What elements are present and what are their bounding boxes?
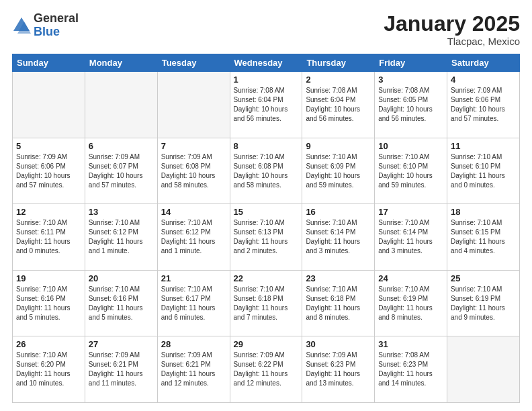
- day-number: 16: [306, 207, 371, 217]
- day-info: Sunrise: 7:10 AM Sunset: 6:08 PM Dayligh…: [234, 152, 299, 190]
- calendar-cell: 15Sunrise: 7:10 AM Sunset: 6:13 PM Dayli…: [230, 204, 302, 271]
- day-info: Sunrise: 7:10 AM Sunset: 6:17 PM Dayligh…: [161, 285, 226, 322]
- day-number: 23: [306, 273, 371, 283]
- day-number: 5: [16, 141, 81, 151]
- calendar-cell: 28Sunrise: 7:09 AM Sunset: 6:21 PM Dayli…: [157, 336, 230, 403]
- calendar-cell: 6Sunrise: 7:09 AM Sunset: 6:07 PM Daylig…: [85, 138, 157, 204]
- day-info: Sunrise: 7:09 AM Sunset: 6:06 PM Dayligh…: [451, 86, 516, 124]
- day-number: 31: [378, 339, 443, 349]
- day-number: 27: [89, 339, 154, 349]
- calendar-cell: 1Sunrise: 7:08 AM Sunset: 6:04 PM Daylig…: [230, 72, 302, 138]
- day-number: 3: [378, 75, 443, 85]
- day-info: Sunrise: 7:09 AM Sunset: 6:07 PM Dayligh…: [89, 152, 154, 190]
- calendar-cell: 2Sunrise: 7:08 AM Sunset: 6:04 PM Daylig…: [302, 72, 375, 138]
- calendar-cell: 30Sunrise: 7:09 AM Sunset: 6:23 PM Dayli…: [302, 336, 375, 403]
- calendar-cell: 8Sunrise: 7:10 AM Sunset: 6:08 PM Daylig…: [230, 138, 302, 204]
- day-info: Sunrise: 7:10 AM Sunset: 6:13 PM Dayligh…: [234, 218, 299, 256]
- day-number: 6: [89, 141, 154, 151]
- day-info: Sunrise: 7:10 AM Sunset: 6:14 PM Dayligh…: [378, 218, 443, 256]
- calendar-cell: 17Sunrise: 7:10 AM Sunset: 6:14 PM Dayli…: [375, 204, 447, 271]
- day-info: Sunrise: 7:09 AM Sunset: 6:06 PM Dayligh…: [16, 152, 81, 190]
- calendar-cell: 10Sunrise: 7:10 AM Sunset: 6:10 PM Dayli…: [375, 138, 447, 204]
- title-block: January 2025 Tlacpac, Mexico: [384, 12, 520, 47]
- calendar-cell: 27Sunrise: 7:09 AM Sunset: 6:21 PM Dayli…: [85, 336, 157, 403]
- calendar-cell: 14Sunrise: 7:10 AM Sunset: 6:12 PM Dayli…: [157, 204, 230, 271]
- day-number: 4: [451, 75, 516, 85]
- logo-text: General Blue: [34, 12, 79, 39]
- day-number: 28: [161, 339, 226, 349]
- day-number: 14: [161, 207, 226, 217]
- calendar-cell: 22Sunrise: 7:10 AM Sunset: 6:18 PM Dayli…: [230, 270, 302, 336]
- day-info: Sunrise: 7:10 AM Sunset: 6:14 PM Dayligh…: [306, 218, 371, 256]
- day-number: 24: [378, 273, 443, 283]
- day-info: Sunrise: 7:10 AM Sunset: 6:15 PM Dayligh…: [451, 218, 516, 256]
- calendar-cell: 13Sunrise: 7:10 AM Sunset: 6:12 PM Dayli…: [85, 204, 157, 271]
- day-info: Sunrise: 7:10 AM Sunset: 6:12 PM Dayligh…: [161, 218, 226, 256]
- month-title: January 2025: [384, 12, 520, 36]
- calendar-cell: [157, 72, 230, 138]
- col-thursday: Thursday: [302, 54, 375, 72]
- day-number: 22: [234, 273, 299, 283]
- day-info: Sunrise: 7:10 AM Sunset: 6:20 PM Dayligh…: [16, 351, 81, 388]
- day-info: Sunrise: 7:09 AM Sunset: 6:08 PM Dayligh…: [161, 152, 226, 190]
- day-number: 7: [161, 141, 226, 151]
- day-number: 15: [234, 207, 299, 217]
- day-info: Sunrise: 7:10 AM Sunset: 6:09 PM Dayligh…: [306, 152, 371, 190]
- col-tuesday: Tuesday: [157, 54, 230, 72]
- col-monday: Monday: [85, 54, 157, 72]
- day-info: Sunrise: 7:10 AM Sunset: 6:10 PM Dayligh…: [451, 152, 516, 190]
- day-info: Sunrise: 7:08 AM Sunset: 6:04 PM Dayligh…: [234, 86, 299, 124]
- day-number: 21: [161, 273, 226, 283]
- day-info: Sunrise: 7:10 AM Sunset: 6:11 PM Dayligh…: [16, 218, 81, 256]
- calendar-cell: 25Sunrise: 7:10 AM Sunset: 6:19 PM Dayli…: [447, 270, 520, 336]
- calendar-cell: 18Sunrise: 7:10 AM Sunset: 6:15 PM Dayli…: [447, 204, 520, 271]
- day-info: Sunrise: 7:10 AM Sunset: 6:10 PM Dayligh…: [378, 152, 443, 190]
- calendar-cell: [447, 336, 520, 403]
- day-info: Sunrise: 7:08 AM Sunset: 6:04 PM Dayligh…: [306, 86, 371, 124]
- col-saturday: Saturday: [447, 54, 520, 72]
- day-info: Sunrise: 7:09 AM Sunset: 6:21 PM Dayligh…: [89, 351, 154, 388]
- calendar-cell: 12Sunrise: 7:10 AM Sunset: 6:11 PM Dayli…: [13, 204, 85, 271]
- calendar-cell: 5Sunrise: 7:09 AM Sunset: 6:06 PM Daylig…: [13, 138, 85, 204]
- day-number: 10: [378, 141, 443, 151]
- calendar-cell: [13, 72, 85, 138]
- day-number: 29: [234, 339, 299, 349]
- calendar-cell: 16Sunrise: 7:10 AM Sunset: 6:14 PM Dayli…: [302, 204, 375, 271]
- day-info: Sunrise: 7:10 AM Sunset: 6:19 PM Dayligh…: [451, 285, 516, 322]
- calendar-table: Sunday Monday Tuesday Wednesday Thursday…: [12, 54, 520, 403]
- day-info: Sunrise: 7:09 AM Sunset: 6:21 PM Dayligh…: [161, 351, 226, 388]
- day-number: 17: [378, 207, 443, 217]
- week-row-1: 1Sunrise: 7:08 AM Sunset: 6:04 PM Daylig…: [13, 72, 520, 138]
- logo: General Blue: [12, 12, 79, 39]
- day-number: 2: [306, 75, 371, 85]
- day-number: 1: [234, 75, 299, 85]
- day-number: 19: [16, 273, 81, 283]
- calendar-cell: 23Sunrise: 7:10 AM Sunset: 6:18 PM Dayli…: [302, 270, 375, 336]
- calendar-cell: 4Sunrise: 7:09 AM Sunset: 6:06 PM Daylig…: [447, 72, 520, 138]
- day-number: 13: [89, 207, 154, 217]
- calendar-cell: 31Sunrise: 7:08 AM Sunset: 6:23 PM Dayli…: [375, 336, 447, 403]
- day-info: Sunrise: 7:10 AM Sunset: 6:19 PM Dayligh…: [378, 285, 443, 322]
- day-info: Sunrise: 7:10 AM Sunset: 6:12 PM Dayligh…: [89, 218, 154, 256]
- col-friday: Friday: [375, 54, 447, 72]
- day-number: 11: [451, 141, 516, 151]
- header-row: Sunday Monday Tuesday Wednesday Thursday…: [13, 54, 520, 72]
- day-info: Sunrise: 7:08 AM Sunset: 6:23 PM Dayligh…: [378, 351, 443, 388]
- calendar-cell: 20Sunrise: 7:10 AM Sunset: 6:16 PM Dayli…: [85, 270, 157, 336]
- week-row-4: 19Sunrise: 7:10 AM Sunset: 6:16 PM Dayli…: [13, 270, 520, 336]
- page: General Blue January 2025 Tlacpac, Mexic…: [0, 0, 532, 411]
- location: Tlacpac, Mexico: [384, 36, 520, 47]
- day-number: 9: [306, 141, 371, 151]
- day-number: 26: [16, 339, 81, 349]
- day-number: 18: [451, 207, 516, 217]
- week-row-2: 5Sunrise: 7:09 AM Sunset: 6:06 PM Daylig…: [13, 138, 520, 204]
- calendar-cell: 3Sunrise: 7:08 AM Sunset: 6:05 PM Daylig…: [375, 72, 447, 138]
- logo-icon: [12, 16, 31, 35]
- logo-blue: Blue: [34, 26, 79, 39]
- day-info: Sunrise: 7:09 AM Sunset: 6:23 PM Dayligh…: [306, 351, 371, 388]
- week-row-5: 26Sunrise: 7:10 AM Sunset: 6:20 PM Dayli…: [13, 336, 520, 403]
- day-info: Sunrise: 7:10 AM Sunset: 6:18 PM Dayligh…: [306, 285, 371, 322]
- day-number: 12: [16, 207, 81, 217]
- week-row-3: 12Sunrise: 7:10 AM Sunset: 6:11 PM Dayli…: [13, 204, 520, 271]
- calendar-cell: 9Sunrise: 7:10 AM Sunset: 6:09 PM Daylig…: [302, 138, 375, 204]
